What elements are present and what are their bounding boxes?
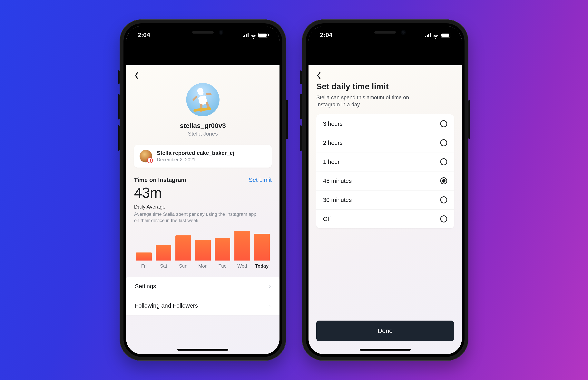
page-title: Set daily time limit <box>316 82 454 91</box>
chevron-right-icon: › <box>269 283 271 289</box>
radio-unselected-icon[interactable] <box>440 158 447 165</box>
wifi-icon <box>433 33 439 37</box>
profile-header: stellas_gr00v3 Stella Jones <box>134 83 272 137</box>
bar-label: Today <box>255 263 268 269</box>
volume-down <box>300 125 302 151</box>
radio-unselected-icon[interactable] <box>440 215 447 223</box>
time-option-label: 30 minutes <box>323 197 352 203</box>
menu-list: Settings › Following and Followers › <box>126 277 280 315</box>
done-button[interactable]: Done <box>316 321 454 341</box>
time-option-5[interactable]: Off <box>316 209 454 228</box>
chevron-left-icon <box>316 72 321 79</box>
chart-bar-tue: Tue <box>213 238 232 269</box>
mute-switch <box>118 70 120 84</box>
daily-average-desc: Average time Stella spent per day using … <box>134 211 260 224</box>
bar-label: Fri <box>141 263 147 269</box>
time-option-3[interactable]: 45 minutes <box>316 171 454 190</box>
time-limit-options: 3 hours2 hours1 hour45 minutes30 minutes… <box>316 114 454 228</box>
bar-label: Mon <box>198 263 208 269</box>
volume-down <box>118 125 120 151</box>
profile-fullname: Stella Jones <box>134 131 272 137</box>
time-option-0[interactable]: 3 hours <box>316 114 454 133</box>
status-time: 2:04 <box>138 31 150 39</box>
report-date: December 2, 2021 <box>157 157 234 162</box>
profile-avatar[interactable] <box>186 83 219 116</box>
mute-switch <box>300 70 302 84</box>
radio-selected-icon[interactable] <box>440 177 447 184</box>
phone-right: 2:04 Set daily time l <box>302 19 468 361</box>
set-limit-link[interactable]: Set Limit <box>249 177 272 183</box>
time-option-label: Off <box>323 216 331 222</box>
bar-label: Tue <box>218 263 226 269</box>
time-option-1[interactable]: 2 hours <box>316 133 454 152</box>
cellular-icon <box>243 33 249 37</box>
time-option-label: 45 minutes <box>323 178 352 184</box>
page-subtitle: Stella can spend this amount of time on … <box>316 94 426 108</box>
chart-bar-today: Today <box>252 234 272 269</box>
status-time: 2:04 <box>320 31 332 39</box>
cellular-icon <box>425 33 431 37</box>
chevron-left-icon <box>134 72 139 79</box>
battery-icon <box>258 33 268 38</box>
chart-bar-fri: Fri <box>134 252 154 269</box>
daily-average-label: Daily Average <box>134 204 272 210</box>
status-icons <box>425 33 450 38</box>
report-title: Stella reported cake_baker_cj <box>157 150 234 156</box>
radio-unselected-icon[interactable] <box>440 139 447 146</box>
radio-unselected-icon[interactable] <box>440 196 447 203</box>
following-row[interactable]: Following and Followers › <box>126 296 280 315</box>
power-button <box>468 100 470 139</box>
chart-bar-wed: Wed <box>232 231 252 269</box>
status-icons <box>243 33 268 38</box>
bar <box>136 252 152 261</box>
bar-label: Sun <box>179 263 187 269</box>
volume-up <box>118 94 120 119</box>
reported-user-avatar: ! <box>140 150 152 162</box>
profile-username: stellas_gr00v3 <box>134 122 272 130</box>
bar <box>156 245 171 261</box>
settings-label: Settings <box>135 283 156 289</box>
back-button[interactable] <box>134 65 272 81</box>
chart-bar-mon: Mon <box>193 240 213 269</box>
bar-label: Wed <box>237 263 247 269</box>
radio-unselected-icon[interactable] <box>440 120 447 127</box>
phone-left: 2:04 <box>120 19 286 361</box>
alert-icon: ! <box>149 159 152 163</box>
time-option-4[interactable]: 30 minutes <box>316 190 454 209</box>
settings-row[interactable]: Settings › <box>126 277 280 296</box>
wifi-icon <box>250 33 256 37</box>
screen-content-time-limit: Set daily time limit Stella can spend th… <box>308 65 462 354</box>
chart-bar-sat: Sat <box>154 245 173 269</box>
bar <box>234 231 250 261</box>
status-bar-wrap: 2:04 <box>126 26 280 65</box>
power-button <box>286 100 288 139</box>
status-bar-wrap: 2:04 <box>308 26 462 65</box>
time-option-2[interactable]: 1 hour <box>316 152 454 171</box>
home-indicator[interactable] <box>360 349 411 351</box>
chart-bar-sun: Sun <box>174 235 193 269</box>
following-label: Following and Followers <box>135 302 198 309</box>
back-button[interactable] <box>316 65 454 81</box>
time-option-label: 3 hours <box>323 120 343 127</box>
bar <box>254 234 270 261</box>
bar <box>195 240 211 261</box>
screen-content-activity: stellas_gr00v3 Stella Jones ! Stella rep… <box>126 65 280 354</box>
bar-label: Sat <box>160 263 167 269</box>
battery-icon <box>441 33 450 38</box>
time-option-label: 1 hour <box>323 158 340 165</box>
time-section-heading: Time on Instagram <box>134 177 186 183</box>
chevron-right-icon: › <box>269 302 271 309</box>
volume-up <box>300 94 302 119</box>
time-option-label: 2 hours <box>323 139 343 146</box>
bar <box>215 238 230 261</box>
report-card[interactable]: ! Stella reported cake_baker_cj December… <box>134 145 272 168</box>
usage-bar-chart: FriSatSunMonTueWedToday <box>134 229 272 269</box>
time-value: 43m <box>134 184 272 201</box>
bar <box>176 235 191 261</box>
home-indicator[interactable] <box>177 349 228 351</box>
